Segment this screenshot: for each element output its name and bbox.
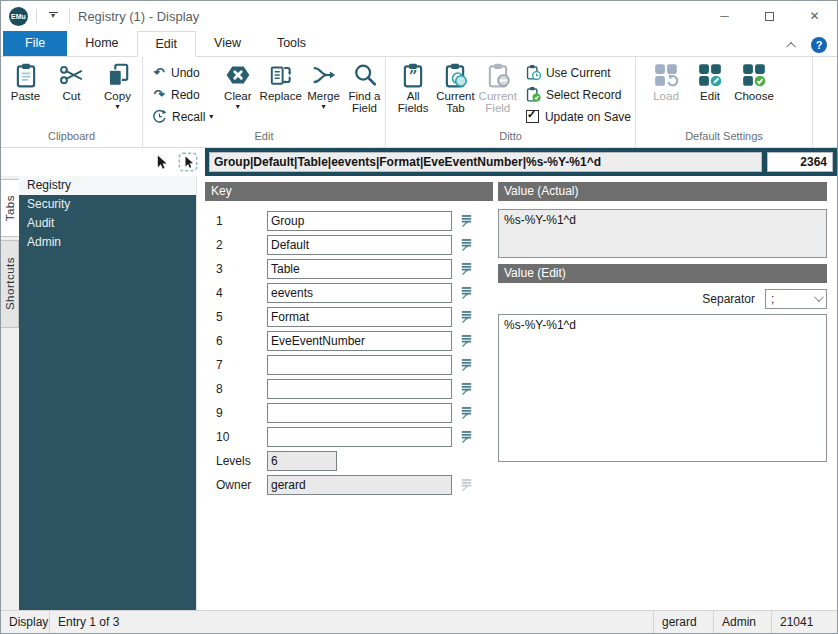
redo-label: Redo	[171, 88, 200, 102]
statusbar-entry: Entry 1 of 3	[49, 611, 139, 633]
key-row-number: 6	[205, 334, 267, 348]
key-input-2[interactable]	[267, 235, 452, 255]
app-logo-label: EMu	[11, 13, 26, 20]
separator-dropdown[interactable]: ;	[765, 289, 827, 309]
window-controls: ─ ✕	[702, 1, 837, 31]
lookup-list-icon[interactable]	[459, 381, 474, 397]
separator-row: Separator ;	[498, 283, 827, 314]
lookup-list-icon[interactable]	[459, 213, 474, 229]
lookup-list-icon[interactable]	[459, 357, 474, 373]
key-input-5[interactable]	[267, 307, 452, 327]
lookup-list-icon[interactable]	[459, 237, 474, 253]
tab-file[interactable]: File	[3, 31, 67, 56]
list-item-registry[interactable]: Registry	[19, 176, 196, 195]
undo-label: Undo	[171, 66, 200, 80]
current-tab-button[interactable]: Current Tab	[434, 57, 476, 114]
key-path-bar: Group|Default|Table|eevents|Format|EveEv…	[205, 148, 837, 176]
value-edit-textarea[interactable]: %s-%Y-%1^d	[498, 314, 827, 462]
clear-button[interactable]: Clear ▾	[217, 57, 258, 111]
cursor-tools	[1, 148, 205, 176]
quick-access-customize-button[interactable]: ▾	[45, 12, 61, 20]
collapse-ribbon-button[interactable]	[785, 38, 799, 52]
use-current-label: Use Current	[546, 66, 611, 80]
update-on-save-checkbox[interactable]: Update on Save	[525, 107, 631, 126]
list-item-security[interactable]: Security	[19, 195, 196, 214]
undo-button[interactable]: ↶ Undo	[151, 63, 213, 82]
pointer-tool-button[interactable]	[153, 154, 169, 170]
lookup-list-icon[interactable]	[459, 261, 474, 277]
lookup-list-icon[interactable]	[459, 285, 474, 301]
select-region-tool-button[interactable]	[178, 152, 198, 172]
ribbon-group-edit: ↶ Undo ↷ Redo Recall ▾ Clear	[143, 57, 386, 147]
key-row-number: 9	[205, 406, 267, 420]
key-row-7: 7	[205, 353, 493, 377]
key-path-field[interactable]: Group|Default|Table|eevents|Format|EveEv…	[209, 152, 762, 172]
key-input-7[interactable]	[267, 355, 452, 375]
key-input-10[interactable]	[267, 427, 452, 447]
use-current-button[interactable]: Use Current	[525, 63, 631, 82]
key-row-3: 3	[205, 257, 493, 281]
maximize-button[interactable]	[747, 1, 792, 31]
separator-label: Separator	[702, 292, 755, 306]
titlebar-divider	[36, 9, 37, 23]
copy-button[interactable]: Copy ▾	[96, 57, 140, 111]
select-record-label: Select Record	[546, 88, 621, 102]
close-button[interactable]: ✕	[792, 1, 837, 31]
replace-button[interactable]: Replace	[258, 57, 303, 102]
tab-edit[interactable]: Edit	[137, 31, 197, 57]
side-tab-tabs[interactable]: Tabs	[1, 179, 19, 237]
paste-button[interactable]: Paste	[4, 57, 48, 102]
current-tab-label: Current Tab	[434, 90, 476, 114]
key-input-6[interactable]	[267, 331, 452, 351]
all-fields-button[interactable]: All Fields	[392, 57, 434, 114]
cut-button[interactable]: Cut	[50, 57, 94, 102]
tab-view[interactable]: View	[196, 31, 259, 56]
lookup-list-icon[interactable]	[459, 309, 474, 325]
owner-field	[267, 475, 452, 495]
pointer-icon	[153, 154, 169, 170]
app-logo-icon[interactable]: EMu	[9, 7, 28, 26]
key-input-4[interactable]	[267, 283, 452, 303]
copy-label: Copy	[104, 90, 131, 102]
tab-tools[interactable]: Tools	[259, 31, 324, 56]
side-tab-shortcuts[interactable]: Shortcuts	[1, 240, 19, 328]
key-row-4: 4	[205, 281, 493, 305]
app-window: EMu ▾ Registry (1) - Display ─ ✕ File Ho…	[0, 0, 838, 634]
all-fields-label: All Fields	[392, 90, 434, 114]
recall-clock-icon	[151, 108, 168, 125]
lookup-list-icon[interactable]	[459, 333, 474, 349]
undo-icon: ↶	[151, 66, 167, 80]
paste-label: Paste	[11, 90, 40, 102]
key-row-5: 5	[205, 305, 493, 329]
key-input-3[interactable]	[267, 259, 452, 279]
value-actual-box: %s-%Y-%1^d	[498, 209, 827, 258]
key-input-9[interactable]	[267, 403, 452, 423]
key-row-number: 1	[205, 214, 267, 228]
redo-button[interactable]: ↷ Redo	[151, 85, 213, 104]
merge-arrow-icon	[311, 62, 337, 88]
tab-home[interactable]: Home	[67, 31, 136, 56]
paste-icon	[13, 62, 39, 88]
minimize-button[interactable]: ─	[702, 1, 747, 31]
current-field-clipboard-icon	[485, 62, 511, 88]
help-button[interactable]: ?	[811, 37, 827, 53]
list-item-admin[interactable]: Admin	[19, 233, 196, 252]
key-row-6: 6	[205, 329, 493, 353]
find-a-field-button[interactable]: Find a Field	[344, 57, 385, 114]
choose-button[interactable]: Choose	[732, 57, 776, 102]
edit-settings-button[interactable]: Edit	[688, 57, 732, 102]
replace-icon	[268, 62, 294, 88]
merge-button[interactable]: Merge ▾	[303, 57, 344, 111]
list-item-audit[interactable]: Audit	[19, 214, 196, 233]
recall-button[interactable]: Recall ▾	[151, 107, 213, 126]
select-record-button[interactable]: Select Record	[525, 85, 631, 104]
ribbon-group-ditto: All Fields Current Tab Current Field Use…	[386, 57, 636, 147]
key-panel-header: Key	[205, 182, 493, 201]
key-input-8[interactable]	[267, 379, 452, 399]
lookup-list-icon[interactable]	[459, 405, 474, 421]
key-input-1[interactable]	[267, 211, 452, 231]
content-area: Key 1 2 3	[197, 176, 837, 610]
lookup-list-icon[interactable]	[459, 429, 474, 445]
key-row-2: 2	[205, 233, 493, 257]
replace-label: Replace	[260, 90, 302, 102]
